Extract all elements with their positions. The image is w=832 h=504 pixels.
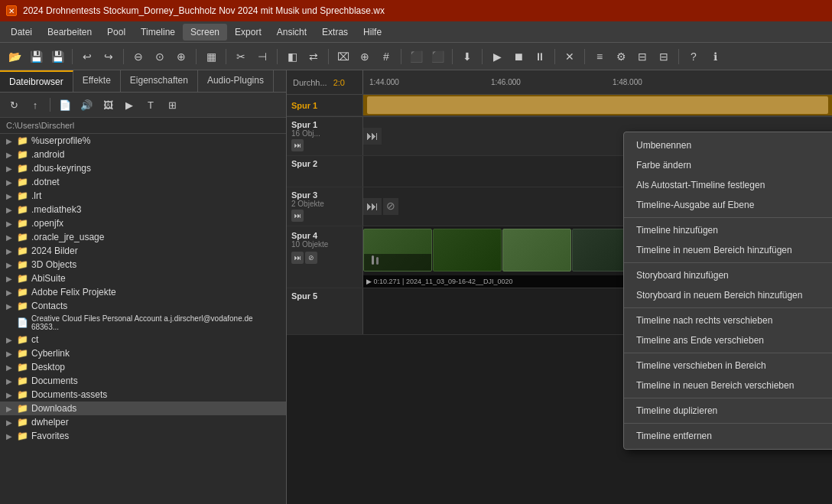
list-item[interactable]: ▶ 📁 .mediathek3 bbox=[0, 203, 286, 216]
track-1-play-btn[interactable]: ⏭ bbox=[363, 128, 382, 145]
list-item[interactable]: ▶ 📁 Contacts bbox=[0, 299, 286, 313]
ctx-move-end[interactable]: Timeline ans Ende verschieben bbox=[624, 330, 832, 350]
file-tree[interactable]: ▶ 📁 %userprofile% ▶ 📁 .android ▶ 📁 .dbus… bbox=[0, 134, 286, 504]
browser-audio[interactable]: 🔊 bbox=[77, 96, 96, 114]
toolbar-settings[interactable]: ⚙ bbox=[611, 47, 631, 67]
toolbar-split[interactable]: ⊣ bbox=[252, 47, 272, 67]
menu-bearbeiten[interactable]: Bearbeiten bbox=[40, 24, 99, 41]
menu-pool[interactable]: Pool bbox=[99, 24, 133, 41]
menu-ansicht[interactable]: Ansicht bbox=[269, 24, 314, 41]
toolbar-close[interactable]: ✕ bbox=[560, 47, 580, 67]
toolbar-monitor2[interactable]: ⬛ bbox=[427, 47, 447, 67]
ctx-move-new-area[interactable]: Timeline in neuen Bereich verschieben bbox=[624, 376, 832, 395]
toolbar-save-as[interactable]: 💾 bbox=[47, 47, 67, 67]
item-label: Contacts bbox=[31, 301, 67, 311]
toolbar-undo[interactable]: ↩ bbox=[77, 47, 97, 67]
timeline-ruler: 1:44.000 1:46.000 1:48.000 bbox=[363, 70, 832, 94]
list-item[interactable]: ▶ 📁 Documents-assets bbox=[0, 388, 286, 402]
toolbar-open[interactable]: 📂 bbox=[5, 47, 24, 67]
track-3-info: 2 Objekte bbox=[291, 200, 358, 208]
list-item[interactable]: ▶ 📁 .dbus-keyrings bbox=[0, 161, 286, 175]
ctx-output-level[interactable]: Timeline-Ausgabe auf Ebene ▶ bbox=[624, 195, 832, 215]
track-4-block[interactable]: ⊘ bbox=[305, 252, 317, 264]
toolbar-pause[interactable]: ⏸ bbox=[530, 47, 550, 67]
toolbar-cut[interactable]: ✂ bbox=[231, 47, 251, 67]
track-4-skip[interactable]: ⏭ bbox=[291, 252, 304, 264]
list-item[interactable]: ▶ 📁 3D Objects bbox=[0, 258, 286, 272]
toolbar-add-clip[interactable]: ⊕ bbox=[355, 47, 375, 67]
item-label: .mediathek3 bbox=[31, 204, 81, 215]
list-item[interactable]: ▶ 📁 %userprofile% bbox=[0, 134, 286, 148]
browser-video[interactable]: ▶ bbox=[120, 96, 138, 114]
track-3-skip[interactable]: ⏭ bbox=[291, 210, 304, 222]
ctx-color-change[interactable]: Farbe ändern bbox=[624, 155, 832, 175]
list-item[interactable]: ▶ 📁 .oracle_jre_usage bbox=[0, 230, 286, 244]
list-item[interactable]: 📄 Creative Cloud Files Personal Account … bbox=[0, 313, 286, 333]
browser-image[interactable]: 🖼 bbox=[99, 96, 117, 114]
menu-timeline[interactable]: Timeline bbox=[133, 24, 183, 41]
ctx-autostart[interactable]: Als Autostart-Timeline festlegen bbox=[624, 175, 832, 195]
list-item[interactable]: ▶ 📁 .dotnet bbox=[0, 175, 286, 189]
tab-audio-plugins[interactable]: Audio-Plugins bbox=[198, 70, 274, 92]
ctx-add-timeline[interactable]: Timeline hinzufügen bbox=[624, 220, 832, 240]
browser-text[interactable]: T bbox=[141, 96, 160, 114]
list-item[interactable]: ▶ 📁 .lrt bbox=[0, 189, 286, 203]
toolbar-help[interactable]: ? bbox=[684, 47, 704, 67]
close-button[interactable]: ✕ bbox=[6, 5, 17, 16]
menu-screen[interactable]: Screen bbox=[183, 24, 227, 41]
ctx-add-timeline-area[interactable]: Timeline in neuem Bereich hinzufügen bbox=[624, 240, 832, 260]
toolbar-monitor1[interactable]: ⬛ bbox=[406, 47, 426, 67]
toolbar-list[interactable]: ≡ bbox=[590, 47, 609, 67]
list-item[interactable]: ▶ 📁 Documents bbox=[0, 374, 286, 388]
toolbar-audio[interactable]: ⊟ bbox=[654, 47, 674, 67]
list-item[interactable]: ▶ 📁 .openjfx bbox=[0, 216, 286, 230]
menu-hilfe[interactable]: Hilfe bbox=[356, 24, 389, 41]
toolbar-zoom-fit[interactable]: ⊙ bbox=[150, 47, 170, 67]
browser-grid[interactable]: ⊞ bbox=[163, 96, 181, 114]
toolbar-trim[interactable]: ◧ bbox=[282, 47, 302, 67]
track-1-skip[interactable]: ⏭ bbox=[291, 139, 304, 151]
list-item[interactable]: ▶ 📁 AbiSuite bbox=[0, 272, 286, 285]
list-item[interactable]: ▶ 📁 .android bbox=[0, 148, 286, 161]
toolbar-redo[interactable]: ↪ bbox=[99, 47, 119, 67]
ctx-duplicate[interactable]: Timeline duplizieren bbox=[624, 401, 832, 421]
toolbar-grid[interactable]: ▦ bbox=[201, 47, 221, 67]
list-item[interactable]: ▶ 📁 ct bbox=[0, 333, 286, 346]
list-item[interactable]: ▶ 📁 2024 Bilder bbox=[0, 244, 286, 258]
toolbar-save[interactable]: 💾 bbox=[26, 47, 46, 67]
tab-dateibrowser[interactable]: Dateibrowser bbox=[0, 70, 73, 92]
menu-datei[interactable]: Datei bbox=[3, 24, 40, 41]
browser-new-file[interactable]: 📄 bbox=[56, 96, 74, 114]
list-item[interactable]: ▶ 📁 Cyberlink bbox=[0, 346, 286, 360]
toolbar-zoom-in[interactable]: ⊕ bbox=[171, 47, 191, 67]
ctx-remove[interactable]: Timeline entfernen bbox=[624, 426, 832, 446]
list-item-downloads[interactable]: ▶ 📁 Downloads bbox=[0, 402, 286, 415]
ctx-add-storyboard-area[interactable]: Storyboard in neuem Bereich hinzufügen bbox=[624, 285, 832, 305]
toolbar-hash[interactable]: # bbox=[376, 47, 396, 67]
list-item[interactable]: ▶ 📁 dwhelper bbox=[0, 415, 286, 429]
toolbar-play[interactable]: ▶ bbox=[487, 47, 507, 67]
toolbar-marker[interactable]: ⌧ bbox=[333, 47, 353, 67]
track-3-play-btn[interactable]: ⏭ bbox=[363, 198, 382, 215]
ctx-move-area[interactable]: Timeline verschieben in Bereich ▶ bbox=[624, 356, 832, 376]
menu-export[interactable]: Export bbox=[227, 24, 269, 41]
toolbar-zoom-out[interactable]: ⊖ bbox=[128, 47, 148, 67]
tab-eigenschaften[interactable]: Eigenschaften bbox=[121, 70, 198, 92]
list-item[interactable]: ▶ 📁 Favorites bbox=[0, 429, 286, 443]
menu-extras[interactable]: Extras bbox=[314, 24, 356, 41]
ctx-add-storyboard[interactable]: Storyboard hinzufügen bbox=[624, 265, 832, 285]
ctx-rename[interactable]: Umbenennen bbox=[624, 135, 832, 155]
tab-effekte[interactable]: Effekte bbox=[73, 70, 121, 92]
ctx-sep-6 bbox=[624, 423, 832, 424]
toolbar-info[interactable]: ℹ bbox=[705, 47, 725, 67]
list-item[interactable]: ▶ 📁 Adobe Felix Projekte bbox=[0, 285, 286, 299]
toolbar-export-down[interactable]: ⬇ bbox=[457, 47, 477, 67]
toolbar-waveform[interactable]: ⊟ bbox=[632, 47, 652, 67]
toolbar-stop[interactable]: ⏹ bbox=[509, 47, 528, 67]
track-3-block-btn[interactable]: ⊘ bbox=[383, 198, 398, 215]
list-item[interactable]: ▶ 📁 Desktop bbox=[0, 360, 286, 374]
ctx-move-right[interactable]: Timeline nach rechts verschieben bbox=[624, 311, 832, 330]
browser-up[interactable]: ↑ bbox=[26, 96, 44, 114]
browser-refresh[interactable]: ↻ bbox=[5, 96, 23, 114]
toolbar-swap[interactable]: ⇄ bbox=[304, 47, 323, 67]
